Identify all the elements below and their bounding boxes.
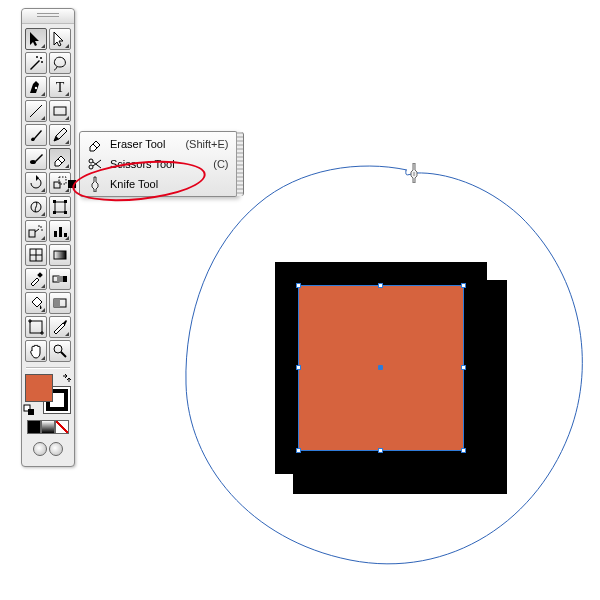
svg-point-46 [89, 165, 93, 169]
flyout-tearoff-handle[interactable] [236, 132, 244, 196]
resize-handle-tl[interactable] [296, 283, 301, 288]
artwork-group [275, 262, 507, 494]
flyout-item-eraser[interactable]: Eraser Tool (Shift+E) [80, 134, 237, 154]
eraser-icon [86, 135, 104, 153]
flyout-item-shortcut: (C) [213, 158, 228, 170]
svg-point-45 [89, 159, 93, 163]
flyout-item-shortcut: (Shift+E) [185, 138, 228, 150]
flyout-item-label: Eraser Tool [110, 138, 165, 150]
flyout-selected-marker [68, 180, 76, 188]
selection-center [378, 365, 383, 370]
flyout-item-label: Knife Tool [110, 178, 209, 190]
canvas-area[interactable] [0, 0, 600, 600]
flyout-item-scissors[interactable]: Scissors Tool (C) [80, 154, 237, 174]
flyout-item-label: Scissors Tool [110, 158, 193, 170]
knife-icon [86, 175, 104, 193]
resize-handle-bm[interactable] [378, 448, 383, 453]
resize-handle-bl[interactable] [296, 448, 301, 453]
resize-handle-tm[interactable] [378, 283, 383, 288]
knife-cursor-icon [407, 163, 421, 183]
resize-handle-ml[interactable] [296, 365, 301, 370]
resize-handle-mr[interactable] [461, 365, 466, 370]
resize-handle-br[interactable] [461, 448, 466, 453]
resize-handle-tr[interactable] [461, 283, 466, 288]
scissors-icon [86, 155, 104, 173]
eraser-tool-flyout: Eraser Tool (Shift+E) Scissors Tool (C) … [79, 131, 238, 197]
flyout-item-knife[interactable]: Knife Tool [80, 174, 237, 194]
orange-square-selection [299, 286, 463, 450]
